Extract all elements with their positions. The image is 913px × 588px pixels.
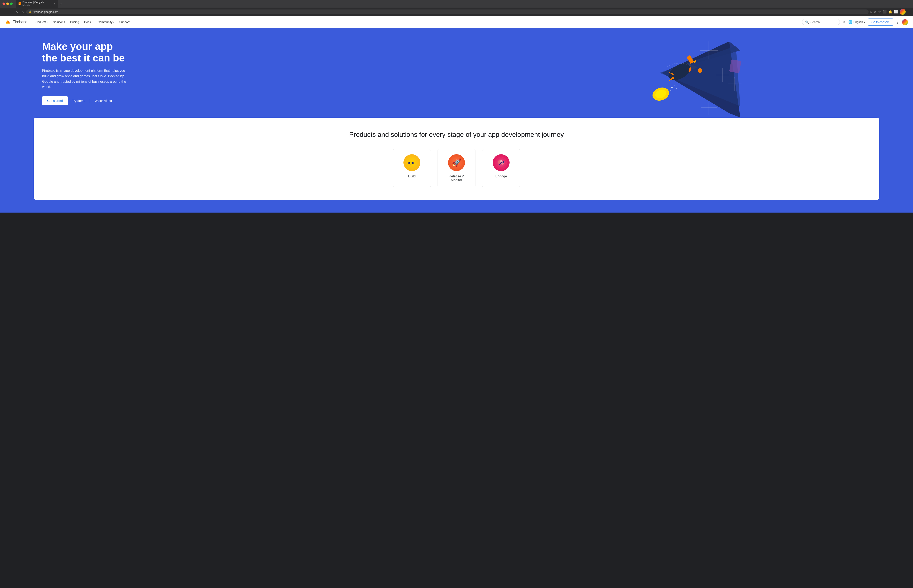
product-item-release[interactable]: 🚀 Release & Monitor (437, 149, 476, 187)
svg-text:<>: <> (408, 160, 414, 166)
try-demo-button[interactable]: Try demo (72, 99, 85, 102)
nav-right: 🔍 Search ☀ 🌐 English ▾ Go to console ⋮ (802, 19, 908, 26)
theme-toggle-icon[interactable]: ☀ (842, 20, 846, 24)
release-icon: 🚀 (448, 154, 465, 171)
community-chevron-icon: ▾ (113, 21, 114, 23)
url-text: firebase.google.com (34, 10, 58, 13)
new-tab-button[interactable]: + (60, 2, 62, 6)
hero-title: Make your app the best it can be (42, 40, 131, 64)
close-window-button[interactable] (3, 3, 5, 5)
logo-text: Firebase (13, 20, 28, 24)
product-item-engage[interactable]: Engage (482, 149, 520, 187)
globe-icon: 🌐 (848, 20, 853, 24)
language-selector[interactable]: 🌐 English ▾ (848, 20, 865, 24)
home-button[interactable]: ⌂ (21, 10, 24, 14)
watch-video-button[interactable]: Watch video (95, 99, 112, 102)
hero-section: Make your app the best it can be Firebas… (0, 28, 913, 118)
nav-products[interactable]: Products ▾ (32, 19, 50, 26)
nav-more-icon[interactable]: ⋮ (896, 20, 900, 24)
address-bar[interactable]: 🔒 firebase.google.com (26, 10, 869, 14)
products-card: Products and solutions for every stage o… (34, 118, 879, 200)
tab-favicon: 🔥 (19, 2, 21, 5)
build-icon: <> (403, 154, 420, 171)
hero-illustration (411, 28, 913, 118)
main-nav: Firebase Products ▾ Solutions Pricing Do… (0, 16, 913, 28)
tab-bar: 🔥 Firebase | Google's Mobile... ✕ + (16, 0, 910, 8)
svg-point-22 (674, 85, 675, 86)
website-content: Firebase Products ▾ Solutions Pricing Do… (0, 16, 913, 213)
tab-close-button[interactable]: ✕ (54, 3, 56, 5)
nav-links: Products ▾ Solutions Pricing Docs ▾ Comm… (32, 19, 802, 26)
nav-products-label: Products (34, 20, 46, 24)
back-button[interactable]: ← (3, 10, 7, 14)
nav-pricing[interactable]: Pricing (68, 19, 81, 26)
svg-point-24 (670, 90, 671, 91)
security-lock-icon: 🔒 (29, 10, 32, 13)
search-bar[interactable]: 🔍 Search (802, 19, 840, 25)
product-release-label: Release & Monitor (443, 174, 470, 182)
browser-titlebar: 🔥 Firebase | Google's Mobile... ✕ + (0, 0, 913, 8)
refresh-button[interactable]: ↻ (15, 10, 19, 14)
screen-share-icon[interactable]: ⬜ (894, 10, 898, 14)
products-section: Products and solutions for every stage o… (0, 118, 913, 213)
bookmark-icon[interactable]: ☆ (878, 10, 881, 14)
products-grid: <> Build 🚀 Release & Monitor (50, 149, 863, 187)
hero-content: Make your app the best it can be Firebas… (42, 40, 131, 105)
firebase-logo-icon (5, 19, 11, 25)
nav-solutions-label: Solutions (53, 20, 65, 24)
maximize-window-button[interactable] (10, 3, 13, 5)
tab-title: Firebase | Google's Mobile... (23, 1, 51, 7)
products-title: Products and solutions for every stage o… (50, 130, 863, 139)
svg-point-21 (671, 87, 673, 88)
minimize-window-button[interactable] (6, 3, 9, 5)
svg-rect-25 (729, 59, 741, 73)
browser-toolbar: ← → ↻ ⌂ 🔒 firebase.google.com ⎙ ⊘ ☆ ⬛ 🔔 … (0, 8, 913, 16)
nav-solutions[interactable]: Solutions (51, 19, 67, 26)
docs-chevron-icon: ▾ (92, 21, 93, 23)
hero-actions: Get started Try demo | Watch video (42, 96, 131, 105)
hero-divider: | (89, 99, 91, 103)
user-avatar[interactable] (902, 19, 908, 25)
cast-icon[interactable]: ⎙ (870, 10, 872, 14)
forward-button[interactable]: → (9, 10, 13, 14)
go-to-console-button[interactable]: Go to console (868, 19, 893, 26)
language-chevron-icon: ▾ (864, 20, 865, 24)
search-label: Search (811, 20, 820, 24)
profile-avatar[interactable] (900, 9, 906, 15)
traffic-lights (3, 3, 13, 5)
products-chevron-icon: ▾ (47, 21, 48, 23)
nav-support[interactable]: Support (117, 19, 131, 26)
engage-icon (493, 154, 510, 171)
toolbar-actions: ⎙ ⊘ ☆ ⬛ 🔔 ⬜ ⋮ (870, 9, 910, 15)
get-started-button[interactable]: Get started (42, 96, 68, 105)
product-engage-label: Engage (495, 174, 507, 178)
nav-community-label: Community (98, 20, 113, 24)
notification-icon[interactable]: 🔔 (889, 10, 892, 14)
hero-svg (411, 28, 913, 118)
no-image-icon: ⊘ (874, 10, 877, 14)
nav-support-label: Support (119, 20, 130, 24)
nav-docs-label: Docs (84, 20, 91, 24)
nav-pricing-label: Pricing (70, 20, 79, 24)
language-label: English (853, 20, 863, 24)
browser-tab-active[interactable]: 🔥 Firebase | Google's Mobile... ✕ (16, 0, 58, 8)
product-build-label: Build (408, 174, 416, 178)
svg-point-17 (698, 68, 702, 73)
more-options-icon[interactable]: ⋮ (907, 10, 910, 14)
search-icon: 🔍 (805, 20, 809, 24)
nav-docs[interactable]: Docs ▾ (82, 19, 95, 26)
hero-subtitle: Firebase is an app development platform … (42, 68, 131, 89)
browser-chrome: 🔥 Firebase | Google's Mobile... ✕ + ← → … (0, 0, 913, 16)
svg-point-23 (676, 88, 677, 89)
product-item-build[interactable]: <> Build (393, 149, 431, 187)
extensions-icon[interactable]: ⬛ (883, 10, 887, 14)
nav-community[interactable]: Community ▾ (96, 19, 117, 26)
nav-logo[interactable]: Firebase (5, 19, 28, 25)
